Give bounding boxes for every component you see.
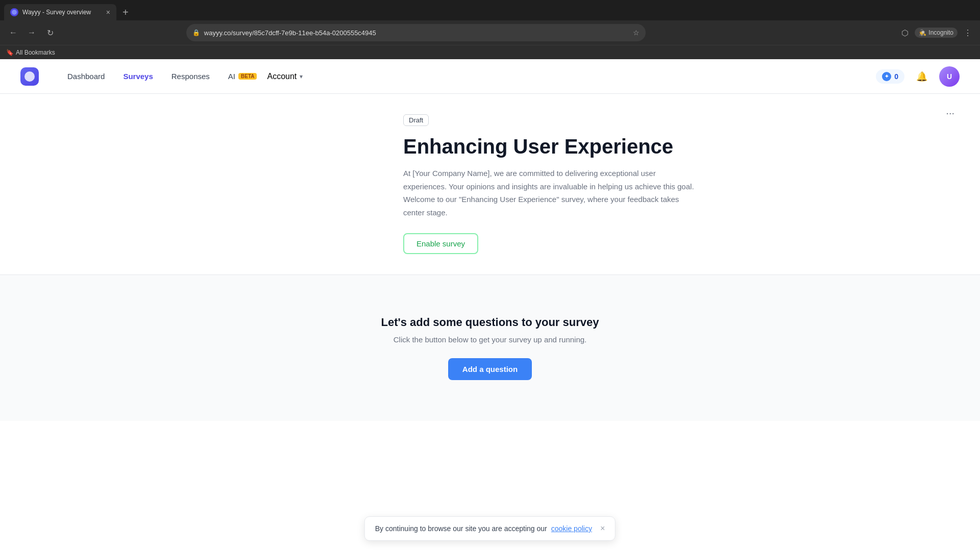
bookmarks-label: All Bookmarks <box>16 49 55 56</box>
add-question-button[interactable]: Add a question <box>448 358 532 380</box>
url-display: wayyy.co/survey/85c7dcff-7e9b-11ee-b54a-… <box>204 29 629 37</box>
bookmarks-icon: 🔖 <box>6 49 14 56</box>
main-content: ··· Draft Enhancing User Experience At [… <box>0 94 980 421</box>
credits-count: 0 <box>894 72 898 81</box>
logo-inner <box>24 71 35 82</box>
cookie-banner: By continuing to browse our site you are… <box>364 516 616 541</box>
avatar-initials: U <box>947 72 952 81</box>
tab-title: Wayyy - Survey overview <box>22 9 102 16</box>
tab-close-button[interactable]: × <box>106 8 110 16</box>
nav-dashboard[interactable]: Dashboard <box>59 68 113 85</box>
bookmark-star-icon: ☆ <box>633 29 640 37</box>
nav-surveys[interactable]: Surveys <box>115 68 161 85</box>
navbar: Dashboard Surveys Responses AI BETA Acco… <box>0 59 980 94</box>
forward-button[interactable]: → <box>24 26 39 40</box>
empty-state-description: Click the button below to get your surve… <box>20 335 960 344</box>
menu-button[interactable]: ⋮ <box>962 26 974 40</box>
reload-button[interactable]: ↻ <box>43 26 57 40</box>
empty-state-section: Let's add some questions to your survey … <box>0 275 980 421</box>
notifications-button[interactable]: 🔔 <box>913 67 931 86</box>
tab-favicon <box>10 8 18 16</box>
app-logo[interactable] <box>20 67 39 86</box>
cookie-close-button[interactable]: × <box>600 524 605 533</box>
all-bookmarks[interactable]: 🔖 All Bookmarks <box>6 49 55 56</box>
survey-header-section: ··· Draft Enhancing User Experience At [… <box>0 94 980 275</box>
lock-icon: 🔒 <box>192 29 200 36</box>
incognito-label: Incognito <box>928 29 953 36</box>
active-tab[interactable]: Wayyy - Survey overview × <box>4 4 116 20</box>
back-button[interactable]: ← <box>6 26 20 40</box>
new-tab-button[interactable]: + <box>118 7 133 18</box>
survey-description: At [Your Company Name], we are committed… <box>403 167 699 219</box>
account-label: Account <box>267 72 297 81</box>
ai-label: AI <box>228 72 235 81</box>
browser-chrome: Wayyy - Survey overview × + ← → ↻ 🔒 wayy… <box>0 0 980 59</box>
nav-responses[interactable]: Responses <box>163 68 218 85</box>
more-options-icon: ··· <box>946 107 954 119</box>
beta-badge: BETA <box>238 73 257 80</box>
extensions-button[interactable]: ⬡ <box>899 26 911 40</box>
credits-badge[interactable]: ✦ 0 <box>876 69 904 84</box>
user-avatar[interactable]: U <box>939 66 960 87</box>
survey-header-inner: ··· Draft Enhancing User Experience At [… <box>260 114 720 254</box>
cookie-policy-link[interactable]: cookie policy <box>551 524 592 533</box>
credit-icon: ✦ <box>882 72 891 81</box>
survey-title: Enhancing User Experience <box>403 134 699 159</box>
enable-survey-button[interactable]: Enable survey <box>403 233 478 254</box>
account-chevron-icon: ▾ <box>300 73 303 80</box>
address-bar[interactable]: 🔒 wayyy.co/survey/85c7dcff-7e9b-11ee-b54… <box>186 24 646 41</box>
tab-bar: Wayyy - Survey overview × + <box>0 0 980 20</box>
browser-controls: ← → ↻ 🔒 wayyy.co/survey/85c7dcff-7e9b-11… <box>0 20 980 45</box>
cookie-text: By continuing to browse our site you are… <box>375 524 547 533</box>
nav-account[interactable]: Account ▾ <box>267 72 303 81</box>
nav-links: Dashboard Surveys Responses AI BETA Acco… <box>59 68 860 85</box>
incognito-badge: 🕵 Incognito <box>915 28 958 38</box>
incognito-icon: 🕵 <box>919 29 926 36</box>
bookmarks-bar: 🔖 All Bookmarks <box>0 45 980 59</box>
nav-right: ✦ 0 🔔 U <box>876 66 960 87</box>
browser-actions: ⬡ 🕵 Incognito ⋮ <box>899 26 974 40</box>
status-badge: Draft <box>403 114 429 126</box>
empty-state-title: Let's add some questions to your survey <box>20 316 960 329</box>
nav-ai[interactable]: AI BETA <box>220 68 265 85</box>
more-options-button[interactable]: ··· <box>941 104 960 122</box>
app-container: Dashboard Surveys Responses AI BETA Acco… <box>0 59 980 551</box>
